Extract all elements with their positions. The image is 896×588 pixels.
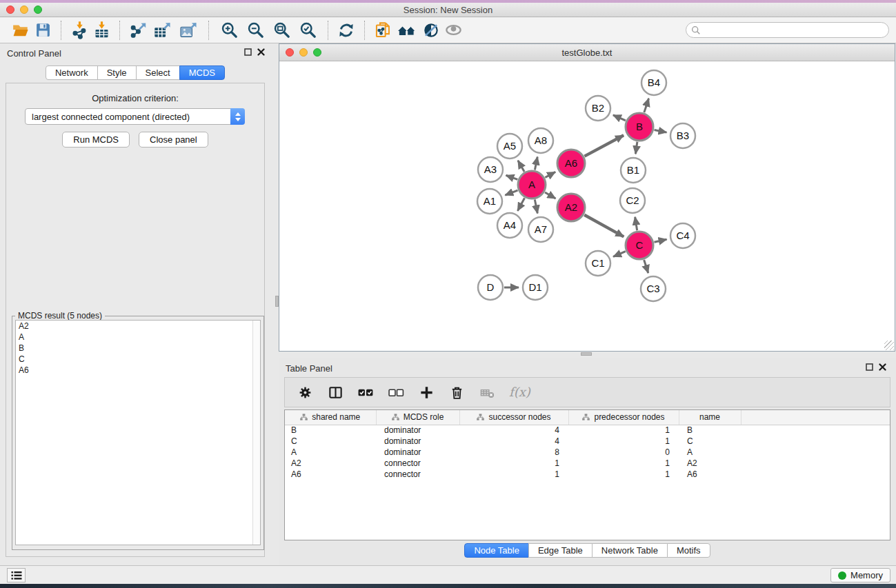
zoom-in-button[interactable]: [216, 20, 242, 41]
open-session-button[interactable]: [10, 20, 32, 41]
column-header-predecessor-nodes[interactable]: predecessor nodes: [568, 410, 679, 425]
tab-edge-table[interactable]: Edge Table: [528, 543, 593, 558]
unselect-all-columns-button[interactable]: [386, 382, 406, 403]
import-table-button[interactable]: [90, 20, 112, 41]
table-row[interactable]: Bdominator41B: [285, 425, 890, 436]
split-divider-handle[interactable]: [581, 352, 592, 356]
close-panel-icon[interactable]: [879, 363, 886, 371]
column-header-mcds-role[interactable]: MCDS role: [376, 410, 459, 425]
run-mcds-button[interactable]: Run MCDS: [62, 132, 130, 148]
close-panel-button[interactable]: Close panel: [139, 132, 208, 148]
graph-edge-C-C4[interactable]: [654, 239, 666, 242]
table-cell[interactable]: 1: [459, 469, 568, 480]
table-cell[interactable]: 1: [568, 469, 679, 480]
graph-edge-B-B3[interactable]: [655, 130, 667, 132]
graph-edge-A-A7[interactable]: [535, 200, 537, 214]
result-item[interactable]: A: [16, 332, 260, 343]
memory-button[interactable]: Memory: [830, 568, 890, 582]
table-cell[interactable]: 4: [459, 436, 568, 447]
show-columns-button[interactable]: [325, 382, 346, 403]
zoom-out-button[interactable]: [242, 20, 268, 41]
criterion-select[interactable]: largest connected component (directed): [25, 108, 245, 125]
function-builder-button[interactable]: f(x): [507, 382, 537, 403]
graph-edge-A-A6[interactable]: [545, 172, 555, 177]
tab-network-table[interactable]: Network Table: [592, 543, 668, 558]
table-cell[interactable]: dominator: [376, 436, 459, 447]
graph-edge-A-A3[interactable]: [506, 175, 518, 179]
first-neighbors-button[interactable]: [394, 20, 420, 41]
network-canvas[interactable]: B4B2BB3A5A8A6B1A3AA1C2A2A4A7C4CC1C3DD1: [279, 61, 895, 351]
toggle-details-button[interactable]: [420, 20, 442, 41]
window-resize-grip[interactable]: [884, 341, 894, 350]
result-list-scrollbar[interactable]: [252, 321, 260, 545]
export-table-button[interactable]: [149, 20, 175, 41]
table-cell[interactable]: 8: [459, 447, 568, 458]
column-header-successor-nodes[interactable]: successor nodes: [459, 410, 568, 425]
table-cell[interactable]: connector: [376, 458, 459, 469]
refresh-styles-button[interactable]: [335, 20, 357, 41]
graph-edge-B-B4[interactable]: [644, 99, 649, 112]
graph-edge-C-C2[interactable]: [635, 217, 637, 231]
result-item[interactable]: B: [16, 343, 260, 354]
graph-edge-C-C3[interactable]: [644, 260, 648, 273]
table-cell[interactable]: connector: [376, 469, 459, 480]
network-window-titlebar[interactable]: testGlobe.txt: [279, 44, 895, 61]
table-cell[interactable]: A: [285, 447, 376, 458]
table-row[interactable]: A2connector11A2: [285, 458, 890, 469]
save-session-button[interactable]: [32, 20, 54, 41]
column-header-shared-name[interactable]: shared name: [285, 410, 376, 425]
tab-mcds[interactable]: MCDS: [179, 65, 225, 80]
graph-edge-A6-B[interactable]: [584, 135, 624, 156]
delete-table-button[interactable]: [477, 382, 497, 403]
export-image-button[interactable]: [175, 20, 201, 41]
table-row[interactable]: Adominator80A: [285, 447, 890, 458]
search-input[interactable]: [686, 22, 889, 38]
table-cell[interactable]: 1: [568, 458, 679, 469]
tab-select[interactable]: Select: [136, 65, 180, 80]
table-row[interactable]: A6connector11A6: [285, 469, 890, 480]
result-item[interactable]: C: [16, 354, 260, 365]
result-item[interactable]: A2: [16, 321, 260, 332]
table-cell[interactable]: A2: [285, 458, 376, 469]
clone-network-button[interactable]: [372, 20, 394, 41]
create-column-button[interactable]: [416, 382, 437, 403]
zoom-fit-button[interactable]: [268, 20, 295, 41]
table-cell[interactable]: 1: [568, 436, 679, 447]
split-divider-handle[interactable]: [275, 296, 279, 307]
graph-edge-C-C1[interactable]: [613, 252, 626, 257]
mcds-result-list[interactable]: A2ABCA6: [15, 320, 261, 545]
export-network-button[interactable]: [127, 20, 149, 41]
table-cell[interactable]: A: [679, 447, 741, 458]
table-cell[interactable]: C: [285, 436, 376, 447]
zoom-selected-button[interactable]: [295, 20, 321, 41]
float-panel-icon[interactable]: [866, 363, 873, 371]
import-network-button[interactable]: [68, 20, 90, 41]
tab-style[interactable]: Style: [97, 65, 137, 80]
table-cell[interactable]: A2: [679, 458, 741, 469]
select-all-columns-button[interactable]: [355, 382, 376, 403]
table-cell[interactable]: dominator: [376, 447, 459, 458]
result-item[interactable]: A6: [16, 365, 260, 376]
graph-edge-A-A5[interactable]: [518, 161, 524, 172]
graph-edge-A-A2[interactable]: [545, 192, 555, 199]
table-cell[interactable]: A6: [679, 469, 741, 480]
graph-edge-A2-C[interactable]: [584, 215, 624, 237]
graph-edge-B-B2[interactable]: [613, 115, 626, 121]
table-cell[interactable]: 0: [568, 447, 679, 458]
table-cell[interactable]: B: [679, 425, 741, 436]
delete-column-button[interactable]: [446, 382, 467, 403]
tab-network[interactable]: Network: [46, 65, 98, 80]
table-cell[interactable]: 1: [459, 458, 568, 469]
show-hide-eye-button[interactable]: [442, 20, 464, 41]
table-row[interactable]: Cdominator41C: [285, 436, 890, 447]
table-cell[interactable]: C: [679, 436, 741, 447]
table-cell[interactable]: 1: [568, 425, 679, 436]
table-cell[interactable]: dominator: [376, 425, 459, 436]
tab-motifs[interactable]: Motifs: [667, 543, 710, 558]
column-header-name[interactable]: name: [679, 410, 741, 425]
tab-node-table[interactable]: Node Table: [464, 543, 529, 558]
close-panel-icon[interactable]: [257, 48, 265, 56]
table-cell[interactable]: B: [285, 425, 376, 436]
table-cell[interactable]: 4: [459, 425, 568, 436]
table-settings-button[interactable]: [295, 382, 315, 403]
